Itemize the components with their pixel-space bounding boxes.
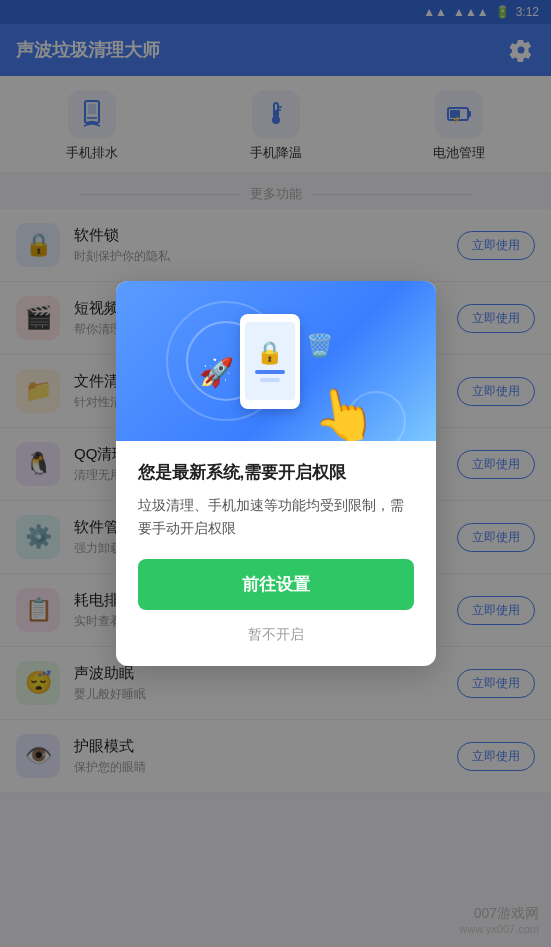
screen-bar-2 [260,378,280,382]
modal-overlay[interactable]: 🚀 🔒 🗑️ 👆 您是最新系统,需要开启权限 垃圾清理、手机加速等功能均受到限制… [0,0,551,947]
hand-pointer-icon: 👆 [306,380,381,441]
modal-content: 您是最新系统,需要开启权限 垃圾清理、手机加速等功能均受到限制，需要手动开启权限… [116,441,436,666]
dismiss-modal-button[interactable]: 暂不开启 [138,622,414,648]
lock-circle-icon: 🔒 [256,340,283,366]
permission-modal: 🚀 🔒 🗑️ 👆 您是最新系统,需要开启权限 垃圾清理、手机加速等功能均受到限制… [116,281,436,666]
goto-settings-button[interactable]: 前往设置 [138,559,414,610]
rocket-icon: 🚀 [199,356,234,389]
phone-illustration: 🔒 [240,314,300,409]
trash-can-icon: 🗑️ [306,333,333,359]
modal-desc: 垃圾清理、手机加速等功能均受到限制，需要手动开启权限 [138,494,414,539]
phone-screen: 🔒 [245,322,295,400]
modal-image-header: 🚀 🔒 🗑️ 👆 [116,281,436,441]
screen-bar-1 [255,370,285,374]
modal-title: 您是最新系统,需要开启权限 [138,461,414,484]
